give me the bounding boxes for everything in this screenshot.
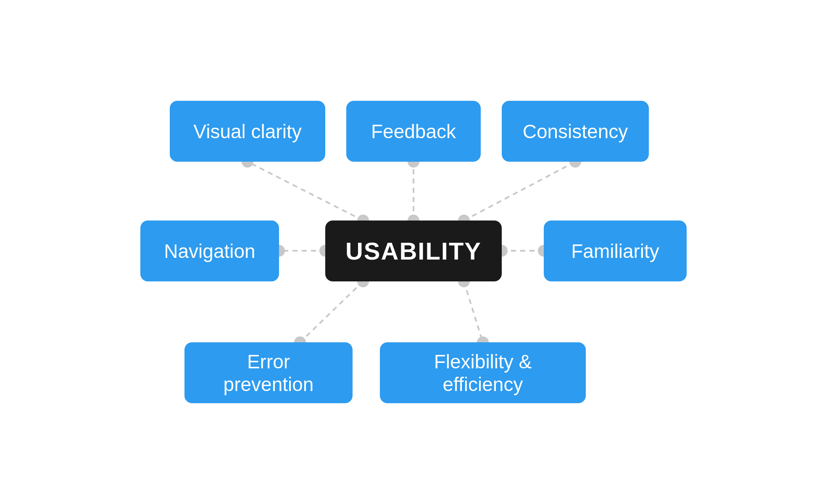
feedback-label: Feedback — [371, 120, 456, 143]
svg-line-18 — [464, 281, 483, 342]
node-visual-clarity: Visual clarity — [170, 101, 325, 162]
svg-line-15 — [300, 281, 363, 342]
svg-line-6 — [464, 162, 575, 220]
node-feedback: Feedback — [346, 101, 481, 162]
center-node-usability: USABILITY — [325, 220, 502, 281]
svg-line-0 — [248, 162, 363, 220]
error-prevention-label: Error prevention — [201, 350, 336, 396]
navigation-label: Navigation — [164, 240, 255, 262]
node-error-prevention: Error prevention — [184, 342, 353, 403]
node-familiarity: Familiarity — [544, 220, 687, 281]
mind-map: USABILITY Visual clarity Feedback Consis… — [119, 63, 708, 441]
flexibility-label: Flexibility & efficiency — [397, 350, 569, 396]
node-consistency: Consistency — [502, 101, 649, 162]
consistency-label: Consistency — [523, 120, 628, 143]
usability-label: USABILITY — [345, 237, 482, 265]
familiarity-label: Familiarity — [571, 240, 659, 262]
node-flexibility: Flexibility & efficiency — [380, 342, 586, 403]
node-navigation: Navigation — [140, 220, 279, 281]
visual-clarity-label: Visual clarity — [193, 120, 301, 143]
